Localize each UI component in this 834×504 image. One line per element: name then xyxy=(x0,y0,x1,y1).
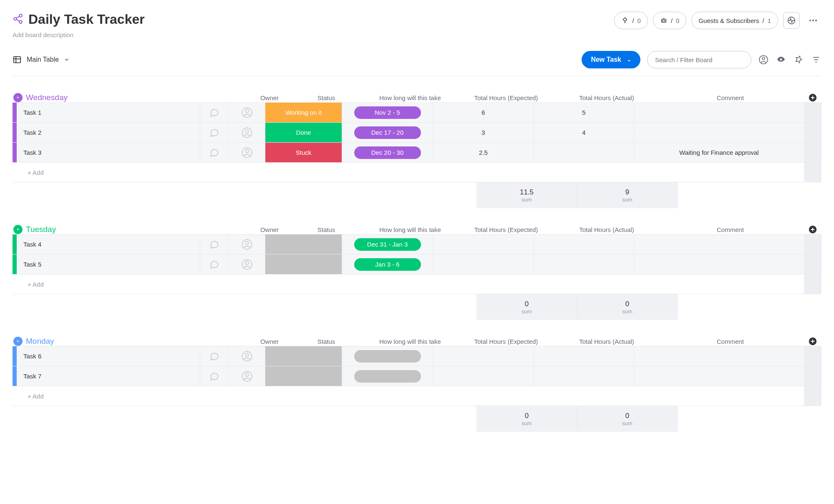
add-row[interactable]: + Add xyxy=(13,162,821,182)
new-task-button[interactable]: New Task ⌄ xyxy=(582,51,640,68)
status-cell[interactable]: Working on it xyxy=(265,103,342,122)
comment-cell[interactable] xyxy=(634,366,804,386)
expected-hours-cell[interactable]: 2.5 xyxy=(433,143,534,162)
eye-icon[interactable] xyxy=(776,54,786,65)
chat-icon[interactable] xyxy=(200,103,229,122)
filter-icon[interactable] xyxy=(811,54,821,65)
share-icon[interactable] xyxy=(13,13,23,25)
task-name-cell[interactable]: Task 2 xyxy=(17,123,200,142)
chat-icon[interactable] xyxy=(200,346,229,366)
comment-cell[interactable] xyxy=(634,103,804,122)
chat-icon[interactable] xyxy=(200,123,229,142)
column-header-comment[interactable]: Comment xyxy=(657,94,804,101)
comment-cell[interactable] xyxy=(634,346,804,366)
timeline-cell[interactable]: - xyxy=(354,350,421,363)
owner-cell[interactable] xyxy=(229,234,265,254)
column-header-owner[interactable]: Owner xyxy=(251,338,288,345)
owner-cell[interactable] xyxy=(229,346,265,366)
automations-pill[interactable]: /0 xyxy=(653,12,687,29)
group-title[interactable]: Tuesday xyxy=(26,225,56,234)
column-header-expected[interactable]: Total Hours (Expected) xyxy=(456,94,557,101)
status-cell[interactable]: Done xyxy=(265,123,342,142)
actual-hours-cell[interactable]: 4 xyxy=(534,123,634,142)
task-name-cell[interactable]: Task 6 xyxy=(17,346,200,366)
owner-cell[interactable] xyxy=(229,123,265,142)
task-name-cell[interactable]: Task 4 xyxy=(17,234,200,254)
group-title[interactable]: Wednesday xyxy=(26,93,68,102)
owner-cell[interactable] xyxy=(229,103,265,122)
comment-cell[interactable] xyxy=(634,123,804,142)
column-header-comment[interactable]: Comment xyxy=(657,338,804,345)
timeline-cell[interactable]: Dec 31 - Jan 3 xyxy=(354,238,421,251)
actual-hours-cell[interactable] xyxy=(534,346,634,366)
expected-hours-cell[interactable]: 3 xyxy=(433,123,534,142)
more-icon[interactable] xyxy=(805,12,821,29)
integrations-pill[interactable]: /0 xyxy=(614,12,648,29)
column-header-owner[interactable]: Owner xyxy=(251,226,288,233)
column-header-status[interactable]: Status xyxy=(288,94,365,101)
column-header-time[interactable]: How long will this take xyxy=(365,338,456,345)
owner-cell[interactable] xyxy=(229,366,265,386)
add-column-button[interactable] xyxy=(804,337,821,346)
chat-icon[interactable] xyxy=(200,366,229,386)
task-name-cell[interactable]: Task 7 xyxy=(17,366,200,386)
add-row[interactable]: + Add xyxy=(13,274,821,294)
timeline-cell[interactable]: Jan 3 - 6 xyxy=(354,258,421,271)
column-header-owner[interactable]: Owner xyxy=(251,94,288,101)
activity-icon[interactable] xyxy=(783,12,800,29)
person-icon[interactable] xyxy=(758,54,769,65)
actual-hours-cell[interactable] xyxy=(534,143,634,162)
group-collapse-toggle[interactable] xyxy=(13,93,23,102)
status-cell[interactable] xyxy=(265,346,342,366)
expected-hours-cell[interactable] xyxy=(433,255,534,274)
actual-hours-cell[interactable] xyxy=(534,366,634,386)
timeline-cell[interactable]: Dec 17 - 20 xyxy=(354,126,421,139)
task-name-cell[interactable]: Task 3 xyxy=(17,143,200,162)
owner-cell[interactable] xyxy=(229,143,265,162)
column-header-status[interactable]: Status xyxy=(288,226,365,233)
guests-pill[interactable]: Guests & Subscribers / 1 xyxy=(691,12,778,29)
group-collapse-toggle[interactable] xyxy=(13,337,23,346)
actual-hours-cell[interactable] xyxy=(534,234,634,254)
board-description[interactable]: Add board description xyxy=(13,31,145,38)
status-cell[interactable] xyxy=(265,255,342,274)
comment-cell[interactable] xyxy=(634,255,804,274)
column-header-status[interactable]: Status xyxy=(288,338,365,345)
chat-icon[interactable] xyxy=(200,255,229,274)
column-header-actual[interactable]: Total Hours (Actual) xyxy=(557,226,657,233)
column-header-actual[interactable]: Total Hours (Actual) xyxy=(557,338,657,345)
actual-hours-cell[interactable]: 5 xyxy=(534,103,634,122)
column-header-time[interactable]: How long will this take xyxy=(365,226,456,233)
chat-icon[interactable] xyxy=(200,234,229,254)
column-header-expected[interactable]: Total Hours (Expected) xyxy=(456,338,557,345)
expected-hours-cell[interactable] xyxy=(433,346,534,366)
group-collapse-toggle[interactable] xyxy=(13,225,23,234)
add-column-button[interactable] xyxy=(804,93,821,102)
view-switcher[interactable]: Main Table xyxy=(13,55,70,64)
timeline-cell[interactable]: Dec 20 - 30 xyxy=(354,146,421,159)
comment-cell[interactable] xyxy=(634,234,804,254)
group-title[interactable]: Monday xyxy=(26,337,54,346)
column-header-actual[interactable]: Total Hours (Actual) xyxy=(557,94,657,101)
comment-cell[interactable]: Waiting for Finance approval xyxy=(634,143,804,162)
expected-hours-cell[interactable] xyxy=(433,366,534,386)
add-column-button[interactable] xyxy=(804,225,821,234)
status-cell[interactable]: Stuck xyxy=(265,143,342,162)
search-input[interactable] xyxy=(647,51,751,68)
status-cell[interactable] xyxy=(265,234,342,254)
column-header-comment[interactable]: Comment xyxy=(657,226,804,233)
actual-hours-cell[interactable] xyxy=(534,255,634,274)
column-header-expected[interactable]: Total Hours (Expected) xyxy=(456,226,557,233)
task-name-cell[interactable]: Task 5 xyxy=(17,255,200,274)
chat-icon[interactable] xyxy=(200,143,229,162)
owner-cell[interactable] xyxy=(229,255,265,274)
timeline-cell[interactable]: - xyxy=(354,370,421,383)
task-name-cell[interactable]: Task 1 xyxy=(17,103,200,122)
add-row[interactable]: + Add xyxy=(13,386,821,406)
pin-icon[interactable] xyxy=(793,54,804,65)
column-header-time[interactable]: How long will this take xyxy=(365,94,456,101)
expected-hours-cell[interactable]: 6 xyxy=(433,103,534,122)
status-cell[interactable] xyxy=(265,366,342,386)
timeline-cell[interactable]: Nov 2 - 5 xyxy=(354,106,421,119)
expected-hours-cell[interactable] xyxy=(433,234,534,254)
